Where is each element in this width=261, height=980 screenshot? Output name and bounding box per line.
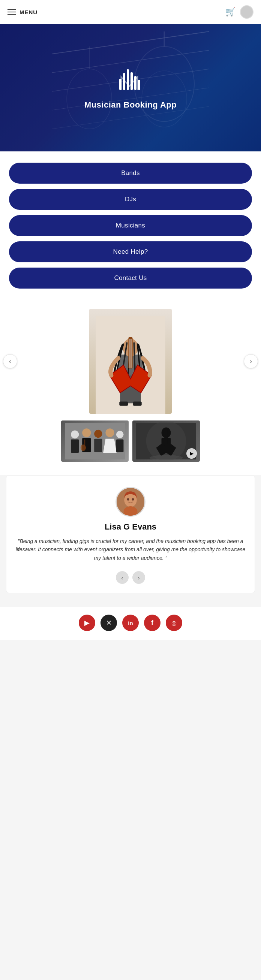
testimonial-text: "Being a musician, finding gigs is cruci… [15,537,246,562]
header: MENU 🛒 [0,0,261,24]
youtube-icon[interactable]: ▶ [79,615,95,631]
svg-point-48 [132,498,134,500]
band-svg [65,422,125,460]
testimonial-section: Lisa G Evans "Being a musician, finding … [6,475,255,593]
svg-rect-28 [71,440,79,453]
cart-icon[interactable]: 🛒 [225,7,236,17]
svg-rect-42 [165,430,167,444]
djs-button[interactable]: DJs [9,189,252,210]
svg-rect-32 [94,439,102,452]
carousel-next-button[interactable]: › [244,354,258,368]
section-divider [0,601,261,601]
footer: ▶ ✕ in f ◎ [0,607,261,640]
x-icon[interactable]: ✕ [100,615,117,631]
menu-button[interactable]: MENU [8,9,38,15]
svg-rect-25 [133,402,142,406]
linkedin-icon[interactable]: in [122,615,139,631]
svg-point-34 [116,431,124,438]
carousel-prev-button[interactable]: ‹ [3,354,17,368]
contact-us-button[interactable]: Contact Us [9,267,252,289]
image-carousel: ‹ [0,298,261,475]
svg-point-46 [124,506,138,517]
carousel-main: ‹ [0,305,261,417]
testimonial-name: Lisa G Evans [105,522,156,532]
svg-line-0 [52,32,209,54]
instagram-icon[interactable]: ◎ [166,615,182,631]
guitarist-svg [93,316,168,414]
svg-rect-12 [127,69,129,90]
menu-label: MENU [19,9,38,15]
need-help-button[interactable]: Need Help? [9,241,252,262]
svg-rect-35 [116,440,124,452]
testimonial-avatar [116,487,145,517]
thumbnail-guitarist-dark[interactable]: ▶ [132,420,200,462]
svg-point-33 [105,428,114,437]
facebook-icon[interactable]: f [144,615,161,631]
hero-content: Musician Booking App [84,65,177,110]
header-actions: 🛒 [225,5,253,19]
hero-logo [116,65,145,95]
nav-buttons-section: Bands DJs Musicians Need Help? Contact U… [0,151,261,298]
svg-rect-15 [138,80,140,90]
svg-point-29 [82,428,91,437]
hero-section: Musician Booking App [0,24,261,151]
svg-rect-24 [119,402,128,406]
svg-point-27 [71,431,79,439]
carousel-main-image [89,309,172,414]
svg-point-31 [94,430,102,438]
bands-button[interactable]: Bands [9,163,252,184]
musicians-button[interactable]: Musicians [9,215,252,236]
testimonial-prev-button[interactable]: ‹ [116,571,129,584]
hero-title: Musician Booking App [84,100,177,110]
carousel-thumbnails: ▶ [0,417,261,468]
hamburger-icon [8,10,16,14]
play-button[interactable]: ▶ [186,448,197,459]
svg-rect-37 [84,440,86,450]
testimonial-navigation: ‹ › [116,571,145,584]
thumbnail-band[interactable] [61,420,129,462]
avatar[interactable] [240,5,253,19]
svg-rect-13 [130,72,133,90]
testimonial-next-button[interactable]: › [132,571,145,584]
svg-point-47 [127,498,129,500]
